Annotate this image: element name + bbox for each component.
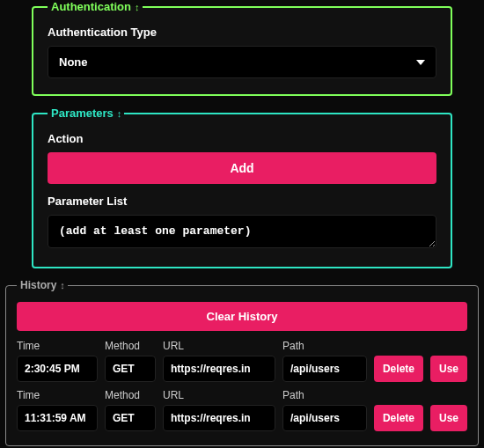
history-path-col: Path [282,389,367,431]
history-panel: History ↕ Clear History Time Method URL … [5,279,479,446]
url-header: URL [163,389,275,401]
method-header: Method [105,389,156,401]
history-url-value[interactable] [163,356,275,382]
expand-collapse-icon: ↕ [60,280,64,290]
method-header: Method [105,340,156,352]
parameters-panel: Parameters ↕ Action Add Parameter List (… [32,106,452,268]
history-path-value[interactable] [282,356,367,382]
parameter-list-textarea[interactable]: (add at least one parameter) [48,215,436,248]
authentication-panel: Authentication ↕ Authentication Type Non… [32,0,452,96]
authentication-legend-text: Authentication [51,0,131,13]
history-time-col: Time [17,340,98,382]
path-header: Path [282,340,367,352]
history-row: Time Method URL Path Delete Use [17,340,467,382]
history-method-col: Method [105,389,156,431]
history-legend[interactable]: History ↕ [17,279,68,291]
use-history-button[interactable]: Use [430,356,467,382]
add-parameter-button[interactable]: Add [48,152,436,184]
url-header: URL [163,340,275,352]
authentication-legend[interactable]: Authentication ↕ [48,0,143,13]
parameters-legend-text: Parameters [51,106,114,120]
history-time-col: Time [17,389,98,431]
history-row: Time Method URL Path Delete Use [17,389,467,431]
use-history-button[interactable]: Use [430,405,467,431]
clear-history-button[interactable]: Clear History [17,302,467,331]
history-method-col: Method [105,340,156,382]
auth-type-label: Authentication Type [48,26,436,39]
time-header: Time [17,340,98,352]
history-legend-text: History [20,279,56,291]
expand-collapse-icon: ↕ [117,108,121,119]
path-header: Path [282,389,367,401]
history-path-col: Path [282,340,367,382]
history-url-value[interactable] [163,405,275,431]
action-label: Action [48,132,436,145]
history-url-col: URL [163,340,275,382]
history-time-value[interactable] [17,356,98,382]
auth-type-select[interactable]: None [48,47,436,77]
parameters-legend[interactable]: Parameters ↕ [48,106,124,120]
history-method-value[interactable] [105,356,156,382]
delete-history-button[interactable]: Delete [374,405,423,431]
history-path-value[interactable] [282,405,367,431]
time-header: Time [17,389,98,401]
expand-collapse-icon: ↕ [135,2,139,12]
parameter-list-label: Parameter List [48,195,436,208]
history-url-col: URL [163,389,275,431]
history-method-value[interactable] [105,405,156,431]
delete-history-button[interactable]: Delete [374,356,423,382]
auth-type-select-wrap: None [48,46,436,78]
history-time-value[interactable] [17,405,98,431]
